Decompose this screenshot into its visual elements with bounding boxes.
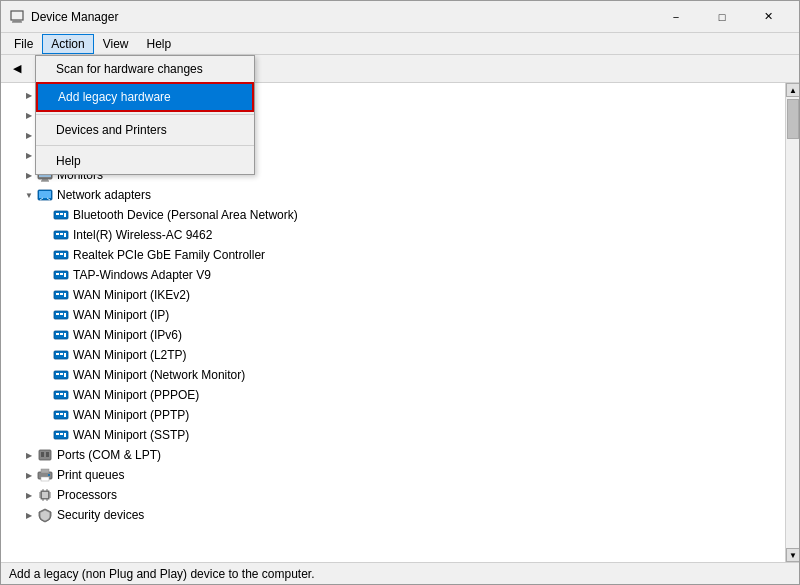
tree-item-intel_wireless[interactable]: ▶ Intel(R) Wireless-AC 9462 bbox=[1, 225, 785, 245]
tree-item-wan_pppoe[interactable]: ▶ WAN Miniport (PPPOE) bbox=[1, 385, 785, 405]
tree-label-wan_pppoe: WAN Miniport (PPPOE) bbox=[73, 388, 199, 402]
action-dropdown-menu: Scan for hardware changes Add legacy har… bbox=[35, 55, 255, 175]
menu-action[interactable]: Action bbox=[42, 34, 93, 54]
svg-rect-60 bbox=[60, 373, 63, 375]
tree-label-ports: Ports (COM & LPT) bbox=[57, 448, 161, 462]
svg-rect-67 bbox=[56, 413, 59, 415]
menu-bar: File Action View Help Scan for hardware … bbox=[1, 33, 799, 55]
svg-rect-32 bbox=[60, 233, 63, 235]
expand-icon-print_queues[interactable]: ▶ bbox=[21, 467, 37, 483]
tree-icon-wan_sstp bbox=[53, 427, 69, 443]
menu-file[interactable]: File bbox=[5, 34, 42, 54]
tree-item-tap_windows[interactable]: ▶ TAP-Windows Adapter V9 bbox=[1, 265, 785, 285]
dropdown-divider-1 bbox=[36, 114, 254, 115]
tree-item-wan_ikev2[interactable]: ▶ WAN Miniport (IKEv2) bbox=[1, 285, 785, 305]
svg-rect-69 bbox=[64, 413, 66, 417]
tree-label-intel_wireless: Intel(R) Wireless-AC 9462 bbox=[73, 228, 212, 242]
minimize-button[interactable]: − bbox=[653, 2, 699, 32]
menu-help[interactable]: Help bbox=[138, 34, 181, 54]
tree-icon-wan_l2tp bbox=[53, 347, 69, 363]
expand-icon-ports[interactable]: ▶ bbox=[21, 447, 37, 463]
scrollbar[interactable]: ▲ ▼ bbox=[785, 83, 799, 562]
tree-item-wan_network_monitor[interactable]: ▶ WAN Miniport (Network Monitor) bbox=[1, 365, 785, 385]
tree-item-wan_pptp[interactable]: ▶ WAN Miniport (PPTP) bbox=[1, 405, 785, 425]
tree-icon-wan_pptp bbox=[53, 407, 69, 423]
svg-rect-41 bbox=[64, 273, 66, 277]
svg-rect-21 bbox=[41, 181, 49, 182]
svg-rect-37 bbox=[64, 253, 66, 257]
scroll-down-button[interactable]: ▼ bbox=[786, 548, 799, 562]
svg-rect-65 bbox=[64, 393, 66, 397]
tree-item-realtek[interactable]: ▶ Realtek PCIe GbE Family Controller bbox=[1, 245, 785, 265]
scrollbar-track[interactable] bbox=[786, 97, 799, 548]
tree-label-network: Network adapters bbox=[57, 188, 151, 202]
svg-rect-48 bbox=[60, 313, 63, 315]
tree-icon-ports bbox=[37, 447, 53, 463]
svg-rect-47 bbox=[56, 313, 59, 315]
tree-icon-wan_ikev2 bbox=[53, 287, 69, 303]
tree-icon-wan_pppoe bbox=[53, 387, 69, 403]
svg-rect-27 bbox=[56, 213, 59, 215]
scroll-up-button[interactable]: ▲ bbox=[786, 83, 799, 97]
expand-icon-processors[interactable]: ▶ bbox=[21, 487, 37, 503]
dropdown-add-legacy[interactable]: Add legacy hardware bbox=[36, 82, 254, 112]
tree-label-tap_windows: TAP-Windows Adapter V9 bbox=[73, 268, 211, 282]
svg-rect-79 bbox=[41, 477, 49, 481]
svg-rect-72 bbox=[60, 433, 63, 435]
menu-view[interactable]: View bbox=[94, 34, 138, 54]
svg-rect-71 bbox=[56, 433, 59, 435]
title-bar: Device Manager − □ ✕ bbox=[1, 1, 799, 33]
back-button[interactable]: ◀ bbox=[5, 58, 29, 80]
tree-item-wan_ipv6[interactable]: ▶ WAN Miniport (IPv6) bbox=[1, 325, 785, 345]
tree-item-bluetooth[interactable]: ▶ Bluetooth Device (Personal Area Networ… bbox=[1, 205, 785, 225]
expand-icon-network[interactable]: ▼ bbox=[21, 187, 37, 203]
svg-rect-57 bbox=[64, 353, 66, 357]
tree-item-ports[interactable]: ▶ Ports (COM & LPT) bbox=[1, 445, 785, 465]
status-text: Add a legacy (non Plug and Play) device … bbox=[9, 567, 315, 581]
svg-rect-61 bbox=[64, 373, 66, 377]
tree-item-wan_ip[interactable]: ▶ WAN Miniport (IP) bbox=[1, 305, 785, 325]
tree-item-network[interactable]: ▼ Network adapters bbox=[1, 185, 785, 205]
svg-rect-33 bbox=[64, 233, 66, 237]
tree-item-wan_sstp[interactable]: ▶ WAN Miniport (SSTP) bbox=[1, 425, 785, 445]
svg-rect-31 bbox=[56, 233, 59, 235]
svg-rect-45 bbox=[64, 293, 66, 297]
tree-label-wan_sstp: WAN Miniport (SSTP) bbox=[73, 428, 189, 442]
maximize-button[interactable]: □ bbox=[699, 2, 745, 32]
svg-point-80 bbox=[48, 474, 50, 476]
svg-rect-68 bbox=[60, 413, 63, 415]
tree-icon-print_queues bbox=[37, 467, 53, 483]
svg-rect-75 bbox=[41, 452, 44, 457]
svg-rect-76 bbox=[46, 452, 49, 457]
dropdown-help[interactable]: Help bbox=[36, 148, 254, 174]
status-bar: Add a legacy (non Plug and Play) device … bbox=[1, 562, 799, 584]
svg-rect-64 bbox=[60, 393, 63, 395]
svg-rect-23 bbox=[39, 191, 51, 198]
tree-item-print_queues[interactable]: ▶ Print queues bbox=[1, 465, 785, 485]
svg-rect-0 bbox=[11, 11, 23, 20]
dropdown-scan[interactable]: Scan for hardware changes bbox=[36, 56, 254, 82]
tree-item-wan_l2tp[interactable]: ▶ WAN Miniport (L2TP) bbox=[1, 345, 785, 365]
close-button[interactable]: ✕ bbox=[745, 2, 791, 32]
expand-icon-security[interactable]: ▶ bbox=[21, 507, 37, 523]
svg-rect-59 bbox=[56, 373, 59, 375]
dropdown-devices-printers[interactable]: Devices and Printers bbox=[36, 117, 254, 143]
tree-icon-wan_network_monitor bbox=[53, 367, 69, 383]
tree-item-security[interactable]: ▶ Security devices bbox=[1, 505, 785, 525]
svg-rect-35 bbox=[56, 253, 59, 255]
svg-rect-53 bbox=[64, 333, 66, 337]
tree-label-print_queues: Print queues bbox=[57, 468, 124, 482]
svg-rect-28 bbox=[60, 213, 63, 215]
svg-rect-63 bbox=[56, 393, 59, 395]
tree-label-wan_l2tp: WAN Miniport (L2TP) bbox=[73, 348, 187, 362]
tree-item-processors[interactable]: ▶ Processors bbox=[1, 485, 785, 505]
svg-rect-49 bbox=[64, 313, 66, 317]
window-title: Device Manager bbox=[31, 10, 653, 24]
tree-label-security: Security devices bbox=[57, 508, 144, 522]
scrollbar-thumb[interactable] bbox=[787, 99, 799, 139]
svg-rect-29 bbox=[64, 213, 66, 217]
tree-label-wan_pptp: WAN Miniport (PPTP) bbox=[73, 408, 189, 422]
svg-rect-56 bbox=[60, 353, 63, 355]
svg-rect-43 bbox=[56, 293, 59, 295]
tree-label-wan_network_monitor: WAN Miniport (Network Monitor) bbox=[73, 368, 245, 382]
